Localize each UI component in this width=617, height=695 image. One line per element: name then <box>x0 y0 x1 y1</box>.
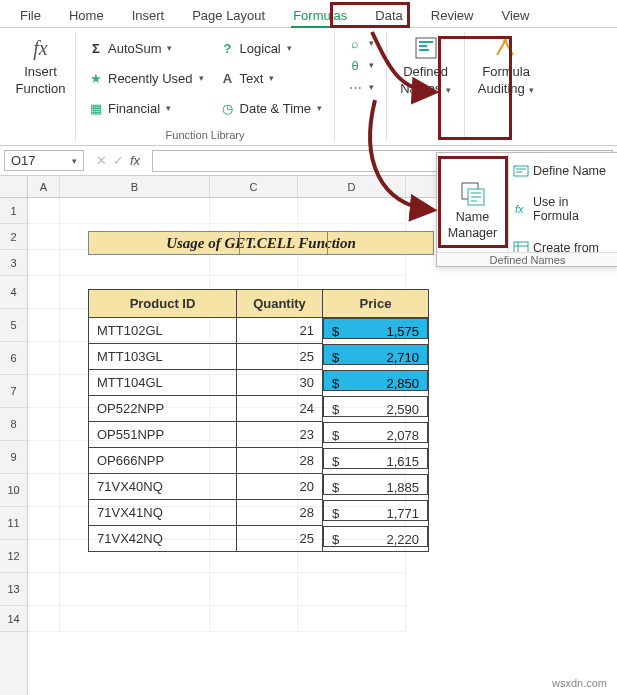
price-value: 2,710 <box>350 350 419 359</box>
tab-home[interactable]: Home <box>57 4 116 27</box>
cell-product-id[interactable]: MTT104GL <box>89 370 237 396</box>
row-header[interactable]: 4 <box>0 276 27 309</box>
more-functions-button[interactable]: ⋯▾ <box>343 78 378 96</box>
cell-product-id[interactable]: OP522NPP <box>89 396 237 422</box>
cell-product-id[interactable]: 71VX40NQ <box>89 474 237 500</box>
row-header[interactable]: 1 <box>0 198 27 224</box>
table-row[interactable]: 71VX40NQ20$1,885 <box>89 474 429 500</box>
math-trig-button[interactable]: θ▾ <box>343 56 378 74</box>
chevron-down-icon[interactable]: ▾ <box>72 156 77 166</box>
tab-review[interactable]: Review <box>419 4 486 27</box>
recently-used-button[interactable]: ★ Recently Used▾ <box>84 64 208 92</box>
chevron-down-icon: ▾ <box>317 103 322 113</box>
cell-price[interactable]: $1,615 <box>323 448 428 469</box>
more-icon: ⋯ <box>347 79 363 95</box>
cell-product-id[interactable]: MTT103GL <box>89 344 237 370</box>
currency-symbol: $ <box>332 454 344 463</box>
use-in-formula-button[interactable]: fx Use in Formula <box>513 195 613 223</box>
cell-price[interactable]: $2,220 <box>323 526 428 547</box>
cell-quantity[interactable]: 24 <box>237 396 323 422</box>
tab-formulas[interactable]: Formulas <box>281 4 359 27</box>
formula-auditing-button[interactable]: Formula Auditing ▾ <box>474 32 539 98</box>
table-row[interactable]: MTT104GL30$2,850 <box>89 370 429 396</box>
table-row[interactable]: 71VX42NQ25$2,220 <box>89 526 429 552</box>
price-value: 1,615 <box>350 454 419 463</box>
row-header[interactable]: 3 <box>0 250 27 276</box>
tab-view[interactable]: View <box>489 4 541 27</box>
formula-bar-controls: ✕ ✓ fx <box>88 153 148 168</box>
defined-names-icon <box>412 34 440 62</box>
row-header[interactable]: 14 <box>0 606 27 632</box>
tab-page-layout[interactable]: Page Layout <box>180 4 277 27</box>
cell-price[interactable]: $2,850 <box>323 370 428 391</box>
name-manager-button[interactable]: Name Manager <box>448 180 497 240</box>
cell-quantity[interactable]: 25 <box>237 344 323 370</box>
table-row[interactable]: OP551NPP23$2,078 <box>89 422 429 448</box>
col-header[interactable]: D <box>298 176 406 197</box>
cell-quantity[interactable]: 28 <box>237 500 323 526</box>
cell-quantity[interactable]: 28 <box>237 448 323 474</box>
cell-price[interactable]: $2,590 <box>323 396 428 417</box>
col-header[interactable]: A <box>28 176 60 197</box>
table-row[interactable]: OP666NPP28$1,615 <box>89 448 429 474</box>
cell-price[interactable]: $2,710 <box>323 344 428 365</box>
cell-quantity[interactable]: 23 <box>237 422 323 448</box>
cell-price[interactable]: $1,771 <box>323 500 428 521</box>
tab-insert[interactable]: Insert <box>120 4 177 27</box>
product-table: Product ID Quantity Price MTT102GL21$1,5… <box>88 289 429 552</box>
function-library-group-label: Function Library <box>166 127 245 141</box>
fx-icon[interactable]: fx <box>130 153 140 168</box>
cell-price[interactable]: $2,078 <box>323 422 428 443</box>
chevron-down-icon: ▾ <box>527 85 535 95</box>
col-header[interactable]: B <box>60 176 210 197</box>
cell-product-id[interactable]: OP666NPP <box>89 448 237 474</box>
cell-product-id[interactable]: OP551NPP <box>89 422 237 448</box>
insert-function-button[interactable]: fx Insert Function <box>12 32 70 98</box>
logical-button[interactable]: ? Logical▾ <box>216 34 327 62</box>
cell-quantity[interactable]: 21 <box>237 318 323 344</box>
row-header[interactable]: 6 <box>0 342 27 375</box>
row-header[interactable]: 5 <box>0 309 27 342</box>
table-row[interactable]: MTT102GL21$1,575 <box>89 318 429 344</box>
table-row[interactable]: MTT103GL25$2,710 <box>89 344 429 370</box>
date-time-button[interactable]: ◷ Date & Time▾ <box>216 94 327 122</box>
cell-product-id[interactable]: MTT102GL <box>89 318 237 344</box>
row-header[interactable]: 2 <box>0 224 27 250</box>
cell-price[interactable]: $1,575 <box>323 318 428 339</box>
enter-icon[interactable]: ✓ <box>113 153 124 168</box>
chevron-down-icon: ▾ <box>287 43 292 53</box>
lookup-ref-button[interactable]: ⌕▾ <box>343 34 378 52</box>
currency-symbol: $ <box>332 402 344 411</box>
row-header[interactable]: 9 <box>0 441 27 474</box>
tab-data[interactable]: Data <box>363 4 414 27</box>
price-value: 2,078 <box>350 428 419 437</box>
cell-reference: O17 <box>11 153 36 168</box>
defined-names-label1: Defined <box>403 64 448 79</box>
defined-names-button[interactable]: Defined Names ▾ <box>396 32 455 98</box>
table-row[interactable]: 71VX41NQ28$1,771 <box>89 500 429 526</box>
cell-quantity[interactable]: 30 <box>237 370 323 396</box>
date-time-label: Date & Time <box>240 101 312 116</box>
row-header[interactable]: 13 <box>0 573 27 606</box>
cell-quantity[interactable]: 20 <box>237 474 323 500</box>
cell-product-id[interactable]: 71VX41NQ <box>89 500 237 526</box>
autosum-button[interactable]: Σ AutoSum▾ <box>84 34 208 62</box>
cell-price[interactable]: $1,885 <box>323 474 428 495</box>
define-name-button[interactable]: Define Name <box>513 163 613 179</box>
col-header[interactable]: C <box>210 176 298 197</box>
table-row[interactable]: OP522NPP24$2,590 <box>89 396 429 422</box>
row-header[interactable]: 11 <box>0 507 27 540</box>
chevron-down-icon: ▾ <box>369 60 374 70</box>
financial-button[interactable]: ▦ Financial▾ <box>84 94 208 122</box>
row-header[interactable]: 10 <box>0 474 27 507</box>
cell-quantity[interactable]: 25 <box>237 526 323 552</box>
select-all-corner[interactable] <box>0 176 27 198</box>
text-button[interactable]: A Text▾ <box>216 64 327 92</box>
row-header[interactable]: 12 <box>0 540 27 573</box>
cancel-icon[interactable]: ✕ <box>96 153 107 168</box>
cell-product-id[interactable]: 71VX42NQ <box>89 526 237 552</box>
row-header[interactable]: 8 <box>0 408 27 441</box>
tab-file[interactable]: File <box>8 4 53 27</box>
row-header[interactable]: 7 <box>0 375 27 408</box>
name-box[interactable]: O17 ▾ <box>4 150 84 171</box>
